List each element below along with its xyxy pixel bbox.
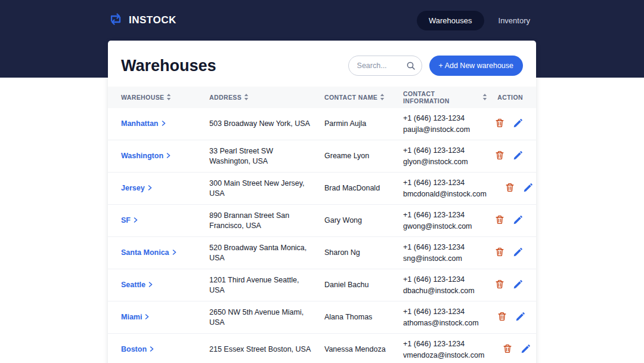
column-header-contact-information[interactable]: Contact Information [403, 90, 487, 104]
contact-phone: +1 (646) 123-1234 [403, 306, 479, 317]
contact-name: Alana Thomas [324, 312, 403, 322]
pencil-icon [513, 215, 523, 227]
trash-icon [497, 311, 507, 324]
chevron-right-icon [162, 119, 166, 129]
table-row: Jersey 300 Main Street New Jersey, USA B… [108, 173, 536, 205]
warehouse-link[interactable]: Miami [121, 312, 149, 322]
delete-warehouse-button[interactable] [494, 118, 505, 130]
main-nav: Warehouses Inventory [417, 11, 536, 30]
contact-information: +1 (646) 123-1234 athomas@instock.com [403, 306, 490, 328]
table-row: Miami 2650 NW 5th Avenue Miami, USA Alan… [108, 302, 536, 334]
warehouse-name: Seattle [121, 280, 145, 290]
contact-name: Parmin Aujla [324, 119, 403, 129]
warehouse-name: Miami [121, 312, 142, 322]
table-row: Washington 33 Pearl Street SW Washington… [108, 140, 536, 173]
contact-email: dbachu@instock.com [403, 285, 476, 296]
contact-information: +1 (646) 123-1234 vmendoza@instock.com [403, 339, 495, 360]
delete-warehouse-button[interactable] [494, 247, 505, 259]
contact-phone: +1 (646) 123-1234 [403, 339, 484, 349]
sort-icon [166, 94, 171, 101]
warehouse-address: 890 Brannan Street San Francisco, USA [209, 211, 324, 231]
header: INSTOCK Warehouses Inventory [108, 0, 536, 41]
delete-warehouse-button[interactable] [494, 279, 505, 291]
warehouse-name: SF [121, 216, 131, 226]
warehouse-link[interactable]: Jersey [121, 183, 152, 193]
warehouse-address: 215 Essex Street Boston, USA [209, 344, 324, 355]
warehouse-link[interactable]: Manhattan [121, 119, 166, 129]
table-row: SF 890 Brannan Street San Francisco, USA… [108, 205, 536, 237]
sort-icon [244, 94, 249, 101]
contact-phone: +1 (646) 123-1234 [403, 210, 476, 220]
trash-icon [494, 150, 505, 162]
column-header-address[interactable]: Address [209, 94, 324, 101]
nav-item-warehouses[interactable]: Warehouses [417, 11, 484, 30]
warehouses-card: Warehouses + Add New warehouse Warehouse… [108, 41, 536, 363]
column-header-warehouse[interactable]: Warehouse [121, 94, 209, 101]
delete-warehouse-button[interactable] [504, 182, 515, 195]
contact-phone: +1 (646) 123-1234 [403, 145, 476, 156]
chevron-right-icon [134, 216, 138, 226]
contact-phone: +1 (646) 123-1234 [403, 274, 476, 285]
warehouse-name: Jersey [121, 183, 145, 193]
contact-information: +1 (646) 123-1234 paujla@instock.com [403, 113, 487, 134]
table-header: Warehouse Address Contact Name Contact I… [108, 87, 536, 108]
contact-name: Brad MacDonald [324, 183, 403, 193]
edit-warehouse-button[interactable] [513, 279, 523, 291]
contact-phone: +1 (646) 123-1234 [403, 242, 476, 253]
pencil-icon [513, 150, 523, 162]
edit-warehouse-button[interactable] [521, 344, 531, 356]
trash-icon [494, 118, 505, 130]
pencil-icon [523, 183, 533, 195]
edit-warehouse-button[interactable] [513, 150, 523, 162]
delete-warehouse-button[interactable] [494, 150, 505, 162]
chevron-right-icon [148, 280, 153, 290]
sort-icon [380, 94, 385, 101]
delete-warehouse-button[interactable] [502, 343, 513, 356]
contact-email: vmendoza@instock.com [403, 350, 484, 361]
edit-warehouse-button[interactable] [513, 247, 523, 259]
contact-phone: +1 (646) 123-1234 [403, 177, 487, 188]
edit-warehouse-button[interactable] [523, 183, 533, 195]
contact-email: bmcdonald@instock.com [403, 189, 487, 199]
contact-information: +1 (646) 123-1234 gwong@instock.com [403, 210, 487, 231]
contact-information: +1 (646) 123-1234 sng@instock.com [403, 242, 487, 263]
warehouse-name: Santa Monica [121, 248, 169, 258]
table-row: Santa Monica 520 Broadway Santa Monica, … [108, 237, 536, 269]
contact-email: sng@instock.com [403, 253, 476, 264]
contact-email: athomas@instock.com [403, 318, 479, 328]
add-warehouse-button[interactable]: + Add New warehouse [429, 56, 523, 76]
brand-logo[interactable]: INSTOCK [108, 12, 177, 29]
contact-information: +1 (646) 123-1234 dbachu@instock.com [403, 274, 487, 296]
delete-warehouse-button[interactable] [497, 311, 507, 324]
card-header: Warehouses + Add New warehouse [108, 41, 536, 87]
search-box [348, 56, 422, 76]
chevron-right-icon [166, 151, 171, 161]
contact-name: Vanessa Mendoza [324, 344, 403, 355]
pencil-icon [521, 344, 531, 356]
contact-name: Daniel Bachu [324, 280, 403, 290]
nav-item-inventory[interactable]: Inventory [493, 11, 536, 30]
warehouse-address: 1201 Third Avenue Seattle, USA [209, 275, 324, 296]
pencil-icon [513, 247, 523, 259]
trash-icon [494, 247, 505, 259]
delete-warehouse-button[interactable] [494, 214, 505, 227]
warehouse-link[interactable]: Seattle [121, 280, 153, 290]
warehouse-link[interactable]: Boston [121, 344, 154, 355]
column-header-contact-name[interactable]: Contact Name [324, 94, 403, 101]
warehouse-address: 300 Main Street New Jersey, USA [209, 179, 324, 199]
chevron-right-icon [172, 248, 177, 258]
warehouse-link[interactable]: Washington [121, 151, 171, 161]
edit-warehouse-button[interactable] [515, 312, 525, 324]
warehouse-link[interactable]: SF [121, 216, 138, 226]
chevron-right-icon [145, 312, 149, 322]
contact-name: Sharon Ng [324, 248, 403, 258]
contact-information: +1 (646) 123-1234 glyon@instock.com [403, 145, 487, 167]
edit-warehouse-button[interactable] [513, 215, 523, 227]
warehouse-address: 520 Broadway Santa Monica, USA [209, 243, 324, 263]
edit-warehouse-button[interactable] [513, 118, 523, 130]
column-header-action: Action [487, 94, 523, 101]
trash-icon [494, 279, 505, 291]
pencil-icon [513, 118, 523, 130]
warehouse-link[interactable]: Santa Monica [121, 248, 177, 258]
contact-information: +1 (646) 123-1234 bmcdonald@instock.com [403, 177, 497, 199]
